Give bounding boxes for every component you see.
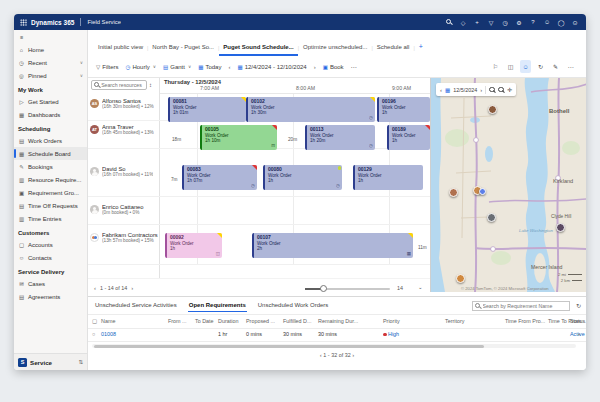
column-header-duration[interactable]: Duration [218, 318, 238, 324]
map-prev-day-icon[interactable]: ‹ [440, 87, 442, 93]
view-tab-north-bay-puget-so[interactable]: North Bay - Puget So... [148, 41, 218, 56]
resource-sort-icon[interactable]: ↕ [149, 82, 152, 88]
date-range-picker[interactable]: ▦12/4/2024 - 12/10/2024 [237, 64, 306, 70]
sidebar-item-agreements[interactable]: ▤Agreements [14, 290, 87, 303]
resource-row-david-so[interactable]: David So(16h 07m booked) • 11% [90, 166, 159, 177]
search-icon[interactable] [444, 16, 454, 28]
waffle-menu-icon[interactable] [20, 19, 27, 26]
refresh-icon[interactable]: ↻ [535, 60, 546, 73]
map-view-icon[interactable]: ⚐ [490, 60, 501, 73]
requirement-search-box[interactable] [472, 301, 570, 311]
booking-block-00102[interactable]: 00102Work Order1h 30m◷ [246, 97, 375, 122]
view-tab-schedule-all[interactable]: Schedule all [373, 41, 414, 56]
view-tab-initial-public-view[interactable]: Initial public view [94, 41, 147, 56]
column-header-remaining-dur[interactable]: Remaining Dur... [318, 318, 358, 324]
sidebar-item-accounts[interactable]: ▢Accounts [14, 238, 87, 251]
map-date[interactable]: 12/5/2024 [453, 87, 477, 93]
person-icon[interactable]: ◯ [556, 16, 566, 28]
prev-page-icon[interactable]: ‹ [94, 285, 96, 291]
area-switch-icon[interactable]: ⇅ [78, 359, 83, 365]
booking-block-00107[interactable]: 00107Work Order2h▦ [252, 233, 413, 258]
booking-block-00129[interactable]: 00129Work Order1h [353, 165, 423, 190]
resource-row-anna-traver[interactable]: ATAnna Traver(16h 45m booked) • 13% [90, 124, 159, 135]
view-tab-puget-sound-schedule[interactable]: Puget Sound Schedule... [219, 41, 297, 56]
resource-filter-icon[interactable]: ☺ [520, 60, 531, 73]
collapse-panel-icon[interactable]: ⌄ [418, 284, 423, 290]
tab-unscheduled-service-activities[interactable]: Unscheduled Service Activities [94, 300, 178, 312]
resource-search-box[interactable] [91, 80, 147, 90]
resource-map-pin-3[interactable] [487, 213, 496, 222]
account-icon[interactable]: ⊙ [570, 16, 580, 28]
booking-block-00092[interactable]: 00092Work Order1h◫ [165, 233, 222, 258]
sidebar-item-requirement-groups[interactable]: ▣Requirement Gro... [14, 186, 87, 199]
area-switcher[interactable]: S Service ⇅ [14, 353, 87, 370]
view-tab-optimize-unscheduled[interactable]: Optimize unscheduled... [299, 41, 371, 56]
resource-map-pin-2b[interactable] [479, 188, 486, 195]
column-header-fulfilled-d[interactable]: Fulfilled D... [283, 318, 311, 324]
tab-unscheduled-work-orders[interactable]: Unscheduled Work Orders [257, 300, 330, 312]
gantt-dropdown[interactable]: ▤Gantt∨ [163, 64, 191, 70]
tab-open-requirements[interactable]: Open Requirements [188, 300, 247, 312]
hourly-dropdown[interactable]: ◷Hourly∨ [126, 64, 156, 70]
column-header-proposed[interactable]: Proposed ... [246, 318, 275, 324]
column-header-territory[interactable]: Territory [445, 318, 464, 324]
prev-date-button[interactable]: ‹ [228, 64, 230, 70]
filter-icon[interactable]: ▽ [486, 16, 496, 28]
booking-block-00189[interactable]: 00189Work Order1h [387, 125, 430, 150]
map-locate-icon[interactable]: ✛ [507, 86, 512, 93]
quick-create-icon[interactable]: + [472, 16, 482, 28]
booking-block-00080[interactable]: 00080Work Order1h◷ [263, 165, 342, 190]
map-panel[interactable]: ‹ ▦ 12/5/2024 › ✛ BothellKirklandClyde H… [430, 78, 586, 292]
resource-search-input[interactable] [101, 82, 144, 88]
requirement-search-input[interactable] [483, 303, 567, 309]
booking-block-00196[interactable]: 00196Work Order1h [377, 97, 430, 122]
resource-row-alfonso-santos[interactable]: ASAlfonso Santos(16h 30m booked) • 12% [90, 98, 159, 109]
app-name[interactable]: Field Service [87, 19, 121, 25]
booking-block-00113[interactable]: 00113Work Order1h 20m◷ [305, 125, 375, 150]
resource-map-pin-5[interactable] [456, 274, 465, 283]
zoom-slider[interactable] [305, 288, 390, 290]
sidebar-item-get-started[interactable]: ▷Get Started [14, 95, 87, 108]
sidebar-item-contacts[interactable]: ☺Contacts [14, 251, 87, 264]
booking-block-00083[interactable]: 00083Work Order1h 07m◷ [182, 165, 257, 190]
row-selector[interactable]: ○ [92, 331, 95, 337]
column-header-from[interactable]: From ... [168, 318, 187, 324]
help-icon[interactable]: ? [528, 16, 538, 28]
sidebar-item-bookings[interactable]: ✎Bookings [14, 160, 87, 173]
sidebar-item-collapse-nav[interactable]: ≡ [14, 30, 87, 43]
book-button[interactable]: ▣Book [323, 64, 344, 70]
scroll-up-icon[interactable]: ▴ [578, 318, 580, 323]
next-page-icon[interactable]: › [352, 352, 354, 358]
booking-block-00105[interactable]: 00105Work Order1h 10m⊟ [200, 125, 277, 150]
board-settings-icon[interactable]: ✎ [550, 60, 561, 73]
sidebar-item-pinned[interactable]: ◎Pinned∨ [14, 69, 87, 82]
column-header-time-from-pro[interactable]: Time From Pro... [505, 318, 545, 324]
more-options-icon[interactable]: ⋯ [565, 60, 576, 73]
add-tab-button[interactable]: + [415, 40, 427, 56]
sidebar-item-home[interactable]: ⌂Home [14, 43, 87, 56]
refresh-icon[interactable]: ↻ [576, 302, 581, 309]
zoom-slider-thumb[interactable] [320, 285, 327, 292]
resource-row-fabrikam-contractors[interactable]: Fabrikam Contractors(13h 57m booked) • 1… [90, 232, 159, 243]
resource-row-enrico-cattaneo[interactable]: Enrico Cattaneo(0m booked) • 0% [90, 204, 159, 215]
sidebar-item-time-entries[interactable]: ▥Time Entries [14, 212, 87, 225]
sidebar-item-schedule-board[interactable]: ▦Schedule Board [14, 147, 87, 160]
map-zoom-in-icon[interactable] [489, 87, 495, 93]
map-zoom-out-icon[interactable] [498, 87, 504, 93]
prev-page-icon[interactable]: ‹ [320, 352, 322, 358]
more-commands-button[interactable]: ⋯ [351, 63, 357, 70]
booking-block-00081[interactable]: 00081Work Order1h 01m [168, 97, 246, 122]
sidebar-item-recent[interactable]: ◷Recent∨ [14, 56, 87, 69]
scrollbar-thumb[interactable] [94, 345, 484, 348]
resource-map-pin-0[interactable] [488, 105, 497, 114]
settings-gear-icon[interactable]: ⚙ [514, 16, 524, 28]
copilot-icon[interactable]: ◇ [458, 16, 468, 28]
history-icon[interactable]: ◷ [500, 16, 510, 28]
resource-map-pin-4[interactable] [556, 223, 565, 232]
filters-button[interactable]: ▽Filters [96, 64, 119, 70]
resource-map-pin-1[interactable] [449, 188, 458, 197]
sidebar-item-resource-requirements[interactable]: ▥Resource Require... [14, 173, 87, 186]
sidebar-item-cases[interactable]: ✉Cases [14, 277, 87, 290]
today-button[interactable]: ▦Today [198, 64, 221, 70]
details-pane-icon[interactable]: ◫ [505, 60, 516, 73]
